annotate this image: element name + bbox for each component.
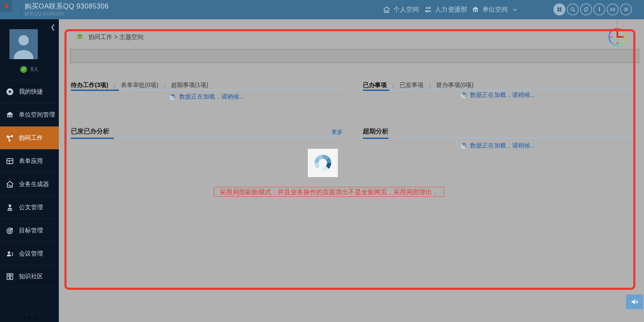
more-link[interactable]: 更多 [331,128,343,136]
house-generator-icon [6,180,14,189]
sidebar-item-collaboration[interactable]: 协同工作 [0,126,59,149]
sidebar-item-label: 我的快捷 [19,88,43,96]
check-circle-icon: ✓ [20,66,27,73]
tab-done-items[interactable]: 已办事项 [363,81,387,89]
a8-badge: A8 [610,7,615,12]
tab-form-approval[interactable]: 表单审批(0项) [121,81,158,89]
notice-banner: 采用局部刷新模式，并且业务操作的页面弹出不是全新网页，采用局部弹出， [214,187,444,197]
sidebar-item-label: 会议管理 [19,250,43,258]
speaker-icon [630,298,639,306]
apps-grid-icon [556,6,562,12]
info-icon: i [598,6,600,13]
nav-unit-label: 单位空间 [482,6,508,14]
settings-button[interactable] [620,3,632,15]
breadcrumb-text: 协同工作 > 主题空间 [88,33,143,41]
overdue-loading: 数据正在加载，请稍候... [363,142,633,150]
app-title: 购买OA联系QQ 93085306 [24,2,109,11]
todo-panel-tabs: 待办工作(3项) | 表单审批(0项) | 超期事项(1项) [71,80,343,90]
tab-supervised-items[interactable]: 督办事项(0项) [436,81,474,89]
done-loading: 数据正在加载，请稍候... [363,91,633,99]
dot-icon: ● [33,316,36,320]
overdue-analysis-section: 超期分析 [363,127,633,138]
done-panel-tabs: 已办事项 | 已发事项 | 督办事项(0项) [363,80,633,90]
people-icon [424,6,432,14]
sidebar-item-label: 目标管理 [19,227,43,235]
a8-button[interactable]: A8 [607,3,619,15]
share-nodes-icon [6,134,14,142]
clock-widget[interactable] [608,28,626,46]
gear-icon [623,6,629,12]
home-icon [383,6,391,14]
close-icon: ✖ [3,3,9,9]
building-icon [471,6,480,14]
nav-unit-space[interactable]: 单位空间 [471,0,518,19]
sidebar-item-label: 公文管理 [19,204,43,211]
close-button[interactable]: ✖ [0,0,12,12]
stamp-icon [6,203,14,212]
building-icon [6,111,14,119]
loading-text: 数据正在加载，请稍候... [179,93,244,101]
tab-todo-work[interactable]: 待办工作(3项) [71,81,108,89]
tab-separator: | [114,83,115,89]
status-label: 8人 [30,66,39,73]
sidebar-item-document-mgmt[interactable]: 公文管理 [0,196,59,219]
clock-tick [623,36,624,38]
section-title: 超期分析 [363,127,389,135]
sync-button[interactable] [580,3,592,15]
sidebar-item-label: 单位空间管理 [19,111,55,119]
info-button[interactable]: i [593,3,605,15]
dot-icon: ● [22,316,26,320]
app-subtitle: 联系QQ 93085306 [24,11,64,17]
nav-personal-space[interactable]: 个人空间 [383,0,419,19]
sidebar-item-unit-space-mgmt[interactable]: 单位空间管理 [0,103,59,126]
sidebar-item-business-generator[interactable]: 业务生成器 [0,172,59,196]
collapse-sidebar-icon[interactable]: ❮ [50,24,55,30]
page-loading-box [308,149,338,177]
section-baseline [363,138,633,138]
person-silhouette-icon [9,29,38,59]
sidebar-item-form-apps[interactable]: 表单应用 [0,149,59,172]
form-grid-icon [6,157,14,166]
sidebar-item-my-shortcuts[interactable]: 我的快捷 [0,80,59,103]
sidebar-item-label: 协同工作 [19,134,43,142]
topbar-divider [21,3,21,16]
dot-icon: ● [28,316,31,320]
nav-hr-label: 人力资源部 [435,6,467,14]
search-icon [570,6,576,12]
sidebar-item-knowledge-community[interactable]: 知识社区 [0,265,59,288]
nav-hr-department[interactable]: 人力资源部 [424,0,467,19]
top-bar: ✖ 购买OA联系QQ 93085306 联系QQ 93085306 个人空间 人… [0,0,644,19]
tab-separator: | [429,83,430,89]
empty-toolbar-bar[interactable] [70,49,639,63]
tab-sent-items[interactable]: 已发事项 [399,81,423,89]
section-underline [363,138,389,139]
sidebar-overflow-dots[interactable]: ● ● ● [0,316,59,320]
section-title: 已发已办分析 [71,127,109,135]
loading-spinner-icon [461,143,467,149]
clock-tick [611,36,612,38]
avatar[interactable] [9,29,38,59]
active-tab-underline [71,90,119,91]
dashed-line-icon [617,21,617,27]
search-button[interactable] [567,3,579,15]
clock-hour-hand [617,36,623,38]
speaker-button[interactable] [626,295,643,309]
tab-overdue-items[interactable]: 超期事项(1项) [171,81,208,89]
sidebar-item-label: 知识社区 [19,273,43,280]
target-icon [6,226,14,235]
tab-separator: | [164,83,165,89]
breadcrumb: 协同工作 > 主题空间 [76,33,143,42]
loading-spinner-icon [170,94,176,100]
sidebar-item-label: 表单应用 [19,157,43,165]
nav-personal-label: 个人空间 [393,6,419,14]
sidebar-item-meeting-mgmt[interactable]: 会议管理 [0,242,59,265]
sidebar: ❮ ✓ 8人 我的快捷 单位空间管理 协同工作 表单应用 业务生成器 [0,19,59,322]
main-content: 协同工作 > 主题空间 待办工作(3项) | 表单审批(0项) | 超期事项(1… [59,19,644,322]
tab-separator: | [392,83,394,89]
highlight-red-frame [64,29,635,290]
chevron-down-icon [512,7,518,12]
apps-button[interactable] [553,3,565,15]
tab-baseline [363,90,633,90]
sidebar-item-goal-mgmt[interactable]: 目标管理 [0,219,59,242]
topbar-icon-buttons: i A8 [553,3,632,15]
